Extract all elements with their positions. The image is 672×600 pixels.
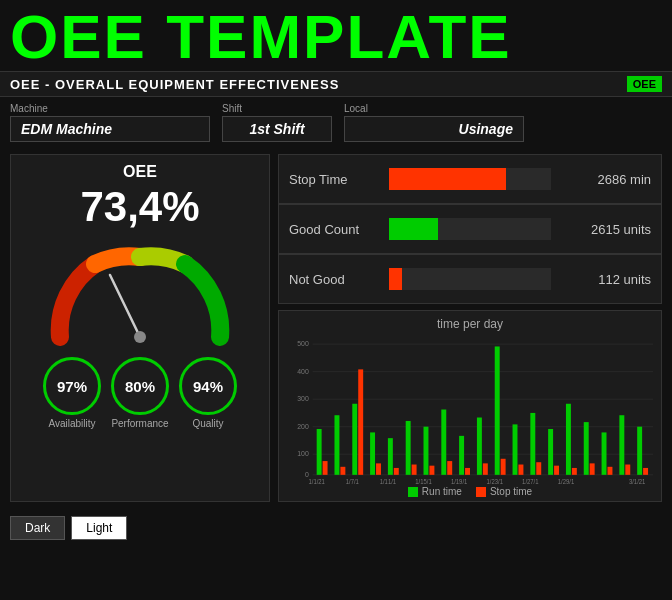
svg-rect-23 — [394, 468, 399, 475]
stat-name-0: Stop Time — [289, 172, 379, 187]
oee-panel-value: 73,4% — [80, 183, 199, 231]
stat-bar-1 — [389, 218, 438, 240]
stat-row-1: Good Count 2615 units — [278, 204, 662, 254]
quality-circle: 94% — [179, 357, 237, 415]
local-label: Local — [344, 103, 524, 114]
svg-rect-29 — [447, 461, 452, 475]
svg-text:1/1/21: 1/1/21 — [308, 478, 325, 484]
stat-bar-2 — [389, 268, 402, 290]
svg-rect-27 — [429, 466, 434, 475]
svg-line-0 — [110, 275, 140, 337]
header: OEE TEMPLATE — [0, 0, 672, 71]
local-filter: Local Usinage — [344, 103, 524, 142]
svg-rect-35 — [501, 459, 506, 475]
stat-row-0: Stop Time 2686 min — [278, 154, 662, 204]
svg-rect-15 — [323, 461, 328, 475]
svg-rect-41 — [554, 466, 559, 475]
bottom-bar: Dark Light — [0, 508, 672, 548]
svg-rect-37 — [518, 465, 523, 475]
svg-rect-31 — [465, 468, 470, 475]
stat-bar-container-1 — [389, 218, 551, 240]
svg-text:1/19/1: 1/19/1 — [451, 478, 468, 484]
svg-rect-42 — [566, 404, 571, 475]
stat-value-0: 2686 min — [561, 172, 651, 187]
gauge-container — [40, 237, 240, 347]
availability-circle: 97% — [43, 357, 101, 415]
svg-rect-45 — [590, 463, 595, 474]
right-panel: Stop Time 2686 min Good Count 2615 units… — [278, 154, 662, 502]
stop-time-dot — [476, 487, 486, 497]
svg-text:1/27/1: 1/27/1 — [522, 478, 539, 484]
stop-time-label: Stop time — [490, 486, 532, 497]
svg-rect-46 — [602, 433, 607, 475]
oee-panel-label: OEE — [123, 163, 157, 181]
svg-point-1 — [134, 331, 146, 343]
svg-rect-30 — [459, 436, 464, 475]
svg-text:1/29/1: 1/29/1 — [558, 478, 575, 484]
svg-rect-22 — [388, 438, 393, 475]
stat-bar-container-0 — [389, 168, 551, 190]
svg-rect-18 — [352, 404, 357, 475]
oee-panel: OEE 73,4% 97% Availabil — [10, 154, 270, 502]
filter-row: Machine EDM Machine Shift 1st Shift Loca… — [0, 97, 672, 148]
quality-label: Quality — [192, 418, 223, 429]
svg-text:200: 200 — [297, 422, 309, 432]
local-input[interactable]: Usinage — [344, 116, 524, 142]
svg-rect-49 — [625, 465, 630, 475]
chart-area: time per day 500 400 300 200 100 0 — [278, 310, 662, 502]
dark-theme-button[interactable]: Dark — [10, 516, 65, 540]
svg-rect-19 — [358, 369, 363, 474]
shift-input[interactable]: 1st Shift — [222, 116, 332, 142]
stat-row-2: Not Good 112 units — [278, 254, 662, 304]
subtitle-bar: OEE - OVERALL EQUIPMENT EFFECTIVENESS OE… — [0, 71, 672, 97]
oee-badge: OEE — [627, 76, 662, 92]
svg-rect-38 — [530, 413, 535, 475]
stat-bar-container-2 — [389, 268, 551, 290]
run-time-dot — [408, 487, 418, 497]
machine-input[interactable]: EDM Machine — [10, 116, 210, 142]
svg-rect-16 — [334, 415, 339, 475]
svg-text:1/11/1: 1/11/1 — [380, 478, 397, 484]
light-theme-button[interactable]: Light — [71, 516, 127, 540]
chart-svg: 500 400 300 200 100 0 — [287, 335, 653, 484]
shift-label: Shift — [222, 103, 332, 114]
performance-metric: 80% Performance — [111, 357, 169, 429]
chart-title: time per day — [287, 317, 653, 331]
svg-rect-48 — [619, 415, 624, 475]
svg-rect-24 — [406, 421, 411, 475]
svg-rect-14 — [317, 429, 322, 475]
svg-rect-34 — [495, 347, 500, 475]
subtitle-text: OEE - OVERALL EQUIPMENT EFFECTIVENESS — [10, 77, 339, 92]
performance-label: Performance — [111, 418, 168, 429]
svg-rect-44 — [584, 422, 589, 475]
machine-label: Machine — [10, 103, 210, 114]
svg-rect-51 — [643, 468, 648, 475]
stat-rows: Stop Time 2686 min Good Count 2615 units… — [278, 154, 662, 304]
run-time-label: Run time — [422, 486, 462, 497]
chart-legend: Run time Stop time — [287, 486, 653, 497]
svg-rect-25 — [412, 465, 417, 475]
chart-svg-container: 500 400 300 200 100 0 — [287, 335, 653, 484]
machine-filter: Machine EDM Machine — [10, 103, 210, 142]
svg-text:500: 500 — [297, 339, 309, 349]
quality-metric: 94% Quality — [179, 357, 237, 429]
svg-rect-26 — [424, 427, 429, 475]
svg-rect-21 — [376, 463, 381, 474]
performance-circle: 80% — [111, 357, 169, 415]
svg-text:300: 300 — [297, 394, 309, 404]
shift-filter: Shift 1st Shift — [222, 103, 332, 142]
svg-rect-28 — [441, 410, 446, 475]
svg-rect-33 — [483, 463, 488, 474]
stat-name-1: Good Count — [289, 222, 379, 237]
svg-rect-17 — [340, 467, 345, 475]
svg-rect-39 — [536, 462, 541, 475]
stat-name-2: Not Good — [289, 272, 379, 287]
stop-time-legend: Stop time — [476, 486, 532, 497]
svg-text:1/23/1: 1/23/1 — [487, 478, 504, 484]
svg-text:400: 400 — [297, 367, 309, 377]
app-title: OEE TEMPLATE — [10, 4, 662, 69]
run-time-legend: Run time — [408, 486, 462, 497]
availability-metric: 97% Availability — [43, 357, 101, 429]
metrics-row: 97% Availability 80% Performance 94% Qua… — [43, 357, 237, 429]
stat-value-2: 112 units — [561, 272, 651, 287]
